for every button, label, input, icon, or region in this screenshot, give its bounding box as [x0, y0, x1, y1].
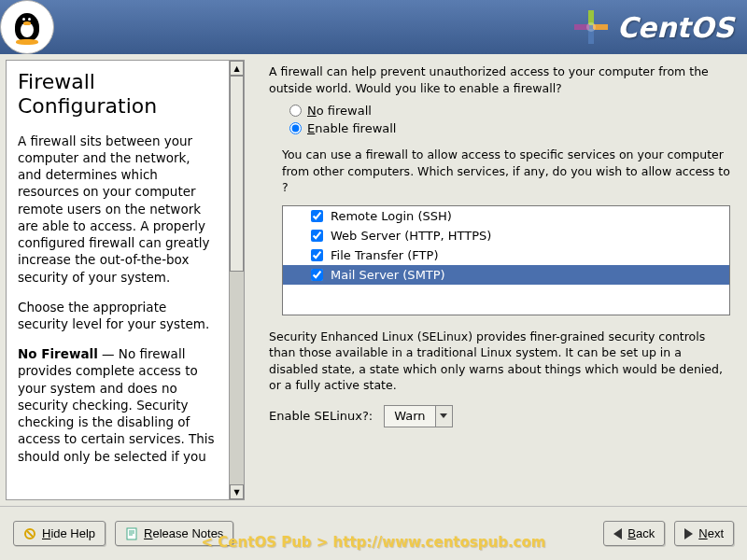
back-button[interactable]: Back — [603, 521, 665, 546]
centos-logo-icon — [572, 8, 610, 46]
service-row[interactable]: File Transfer (FTP) — [283, 245, 729, 265]
scroll-thumb[interactable] — [230, 76, 244, 272]
service-checkbox[interactable] — [311, 230, 323, 242]
service-label: Remote Login (SSH) — [331, 209, 452, 223]
footer: Hide Help Release Notes Back Next < Cent… — [0, 506, 747, 560]
scroll-track[interactable] — [230, 76, 244, 484]
release-notes-button[interactable]: Release Notes — [115, 521, 233, 546]
help-paragraph: Choose the appropriate security level fo… — [18, 299, 218, 332]
svg-rect-6 — [127, 528, 136, 539]
radio-enable-firewall-input[interactable] — [289, 122, 302, 134]
service-label: File Transfer (FTP) — [331, 248, 438, 262]
svg-point-4 — [586, 22, 596, 32]
arrow-right-icon — [684, 528, 693, 539]
service-row[interactable]: Mail Server (SMTP) — [283, 265, 729, 285]
service-label: Mail Server (SMTP) — [331, 268, 445, 282]
next-button[interactable]: Next — [674, 521, 734, 546]
help-paragraph: No Firewall — No firewall provides compl… — [18, 345, 218, 465]
services-intro-text: You can use a firewall to allow access t… — [282, 147, 730, 196]
service-row[interactable]: Remote Login (SSH) — [283, 206, 729, 226]
chevron-down-icon[interactable] — [435, 406, 452, 427]
centos-brand: CentOS — [572, 8, 734, 46]
help-panel: Firewall Configuration A firewall sits b… — [6, 60, 230, 500]
firewall-intro-text: A firewall can help prevent unauthorized… — [263, 63, 730, 96]
service-checkbox[interactable] — [311, 249, 323, 261]
services-list: Remote Login (SSH)Web Server (HTTP, HTTP… — [282, 205, 730, 315]
header: CentOS — [0, 0, 747, 54]
service-label: Web Server (HTTP, HTTPS) — [331, 229, 491, 243]
help-paragraph: A firewall sits between your computer an… — [18, 133, 218, 286]
hide-help-icon — [23, 527, 36, 540]
tux-logo — [0, 0, 54, 54]
arrow-left-icon — [613, 528, 622, 539]
brand-text: CentOS — [617, 11, 734, 44]
scroll-up-button[interactable]: ▲ — [230, 61, 244, 76]
hide-help-button[interactable]: Hide Help — [13, 521, 106, 546]
radio-no-firewall-input[interactable] — [289, 105, 302, 117]
selinux-label: Enable SELinux?: — [269, 409, 373, 423]
help-title: Firewall Configuration — [18, 70, 218, 119]
content-panel: A firewall can help prevent unauthorized… — [245, 54, 747, 506]
selinux-dropdown[interactable]: Warn — [384, 405, 452, 427]
radio-enable-firewall[interactable]: Enable firewall — [289, 119, 730, 137]
service-row[interactable]: Web Server (HTTP, HTTPS) — [283, 226, 729, 245]
radio-no-firewall[interactable]: No firewall — [289, 102, 730, 119]
help-scrollbar[interactable]: ▲ ▼ — [230, 60, 245, 500]
service-checkbox[interactable] — [311, 269, 323, 281]
selinux-dropdown-value: Warn — [385, 406, 434, 426]
service-checkbox[interactable] — [311, 210, 323, 222]
scroll-down-button[interactable]: ▼ — [230, 484, 244, 499]
watermark-text: < CentOS Pub > http://www.centospub.com — [202, 534, 546, 551]
release-notes-icon — [125, 527, 138, 540]
selinux-intro-text: Security Enhanced Linux (SELinux) provid… — [263, 329, 730, 394]
